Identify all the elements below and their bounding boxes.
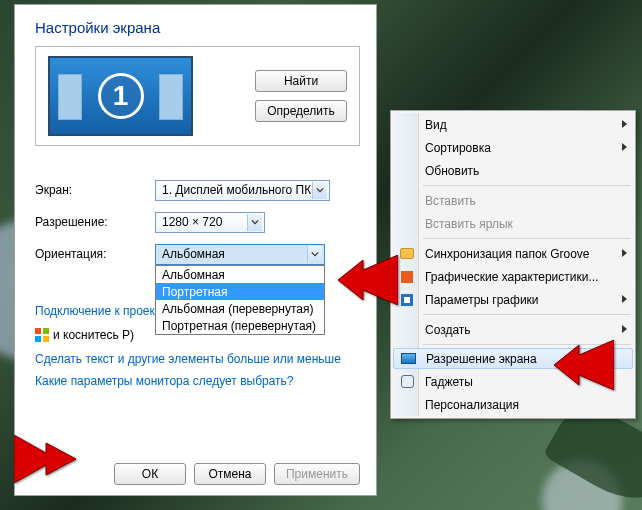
screen-combo[interactable]: 1. Дисплей мобильного ПК [155, 180, 330, 201]
monitor-icon [400, 351, 416, 367]
svg-marker-1 [554, 340, 614, 390]
red-arrow-pointer [14, 435, 76, 486]
text-size-link[interactable]: Сделать текст и другие элементы больше и… [35, 348, 341, 370]
menu-groove[interactable]: Синхронизация папок Groove [393, 242, 633, 265]
resolution-label: Разрешение: [35, 215, 155, 229]
windows-flag-icon [35, 328, 49, 342]
screen-label: Экран: [35, 183, 155, 197]
menu-gfx-params[interactable]: Параметры графики [393, 288, 633, 311]
monitor-thumbnail[interactable]: 1 [48, 56, 193, 136]
submenu-arrow-icon [622, 325, 627, 333]
menu-create[interactable]: Создать [393, 318, 633, 341]
menu-sort[interactable]: Сортировка [393, 136, 633, 159]
display-settings-dialog: Настройки экрана 1 Найти Определить Экра… [14, 4, 377, 496]
screen-value: 1. Дисплей мобильного ПК [162, 183, 311, 197]
projector-hint: и коснитесь P) [53, 324, 134, 346]
orientation-option[interactable]: Портретная [156, 283, 324, 300]
chevron-down-icon [307, 246, 322, 263]
menu-label: Обновить [425, 164, 479, 178]
menu-view[interactable]: Вид [393, 113, 633, 136]
menu-label: Синхронизация папок Groove [425, 247, 590, 261]
folder-sync-icon [399, 246, 415, 262]
menu-label: Графические характеристики... [425, 270, 598, 284]
resolution-value: 1280 × 720 [162, 215, 222, 229]
gfx-icon [399, 292, 415, 308]
resolution-combo[interactable]: 1280 × 720 [155, 212, 265, 233]
submenu-arrow-icon [622, 120, 627, 128]
menu-label: Сортировка [425, 141, 491, 155]
menu-personalize[interactable]: Персонализация [393, 393, 633, 416]
red-arrow-pointer [338, 255, 398, 308]
svg-marker-2 [14, 435, 76, 483]
red-arrow-pointer [554, 340, 614, 393]
submenu-arrow-icon [622, 143, 627, 151]
chevron-down-icon [312, 182, 327, 199]
menu-paste: Вставить [393, 189, 633, 212]
menu-label: Гаджеты [425, 375, 473, 389]
orientation-label: Ориентация: [35, 247, 155, 261]
submenu-arrow-icon [622, 295, 627, 303]
orientation-option[interactable]: Альбомная [156, 266, 324, 283]
menu-label: Вид [425, 118, 447, 132]
chevron-down-icon [247, 214, 262, 231]
menu-refresh[interactable]: Обновить [393, 159, 633, 182]
find-button[interactable]: Найти [255, 70, 347, 92]
menu-paste-shortcut: Вставить ярлык [393, 212, 633, 235]
connect-projector-link[interactable]: Подключение к проек [35, 300, 155, 322]
orientation-value: Альбомная [162, 247, 225, 261]
menu-label: Создать [425, 323, 471, 337]
ok-button[interactable]: ОК [114, 463, 186, 485]
which-params-link[interactable]: Какие параметры монитора следует выбрать… [35, 370, 294, 392]
orientation-option[interactable]: Портретная (перевернутая) [156, 317, 324, 334]
gadget-icon [399, 374, 415, 390]
menu-label: Вставить [425, 194, 476, 208]
dialog-title: Настройки экрана [35, 19, 360, 36]
submenu-arrow-icon [622, 249, 627, 257]
orientation-dropdown: Альбомная Портретная Альбомная (переверн… [155, 265, 325, 335]
menu-label: Параметры графики [425, 293, 539, 307]
orientation-option[interactable]: Альбомная (перевернутая) [156, 300, 324, 317]
menu-label: Разрешение экрана [426, 352, 537, 366]
orientation-combo[interactable]: Альбомная Альбомная Портретная Альбомная… [155, 244, 325, 265]
monitor-number: 1 [98, 73, 144, 119]
menu-label: Вставить ярлык [425, 217, 513, 231]
display-preview-box: 1 Найти Определить [35, 46, 360, 146]
apply-button[interactable]: Применить [274, 463, 360, 485]
chart-icon [399, 269, 415, 285]
svg-marker-0 [338, 255, 398, 305]
menu-label: Персонализация [425, 398, 519, 412]
cancel-button[interactable]: Отмена [194, 463, 266, 485]
menu-separator [423, 314, 631, 315]
detect-button[interactable]: Определить [255, 100, 347, 122]
menu-separator [423, 185, 631, 186]
menu-gfx-characteristics[interactable]: Графические характеристики... [393, 265, 633, 288]
menu-separator [423, 238, 631, 239]
